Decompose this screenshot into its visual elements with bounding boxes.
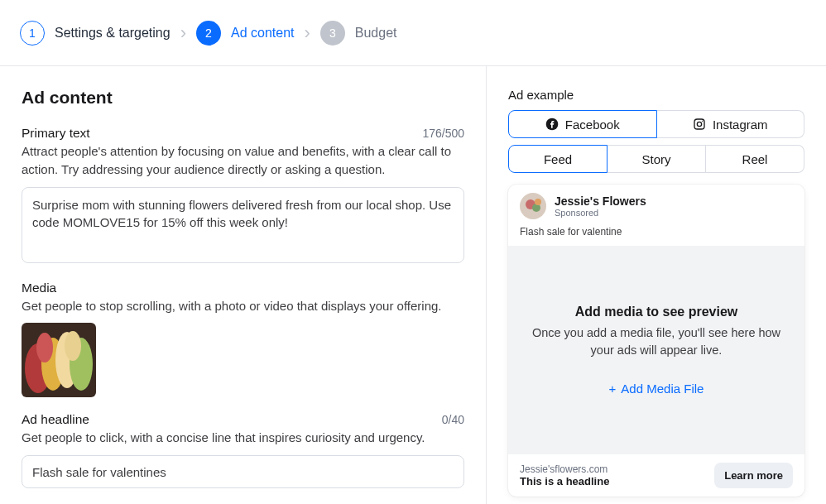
preview-learn-more-button[interactable]: Learn more	[714, 463, 793, 488]
preview-business-name: Jessie's Flowers	[555, 194, 646, 208]
plus-icon: +	[609, 382, 617, 396]
step-label: Budget	[355, 26, 397, 41]
svg-point-14	[535, 199, 541, 205]
step-settings[interactable]: 1 Settings & targeting	[20, 21, 170, 46]
facebook-icon	[545, 118, 559, 131]
preview-media-area: Add media to see preview Once you add a …	[508, 246, 804, 454]
chevron-right-icon: ›	[304, 22, 310, 44]
add-media-button[interactable]: + Add Media File	[609, 382, 704, 396]
instagram-icon	[693, 118, 706, 131]
platform-label: Facebook	[565, 118, 620, 132]
headline-input[interactable]	[22, 455, 464, 488]
step-label: Settings & targeting	[55, 26, 170, 41]
primary-text-counter: 176/500	[422, 127, 464, 140]
step-label: Ad content	[231, 26, 295, 41]
step-ad-content[interactable]: 2 Ad content	[196, 21, 295, 46]
preview-media-title: Add media to see preview	[575, 305, 738, 319]
preview-headline: This is a headline	[520, 475, 609, 487]
stepper: 1 Settings & targeting › 2 Ad content › …	[0, 0, 826, 66]
placement-feed[interactable]: Feed	[508, 145, 607, 173]
page-title: Ad content	[22, 88, 464, 108]
chevron-right-icon: ›	[180, 22, 186, 44]
preview-domain: Jessie'sflowers.com	[520, 463, 609, 475]
preview-sponsored: Sponsored	[555, 208, 646, 218]
step-budget[interactable]: 3 Budget	[320, 21, 397, 46]
platform-facebook[interactable]: Facebook	[508, 110, 657, 138]
preview-subtext: Flash sale for valentine	[508, 224, 804, 246]
step-number: 1	[20, 21, 45, 46]
platform-label: Instagram	[713, 118, 768, 132]
svg-point-6	[65, 331, 81, 361]
svg-point-9	[697, 122, 701, 126]
preview-card: Jessie's Flowers Sponsored Flash sale fo…	[508, 185, 804, 497]
primary-text-input[interactable]	[22, 187, 464, 263]
placement-story[interactable]: Story	[607, 145, 706, 173]
media-label: Media	[22, 281, 464, 295]
headline-counter: 0/40	[442, 413, 464, 426]
preview-label: Ad example	[508, 88, 804, 102]
svg-point-10	[702, 121, 703, 122]
step-number: 3	[320, 21, 345, 46]
svg-rect-8	[694, 119, 704, 129]
step-number: 2	[196, 21, 221, 46]
primary-text-helper: Attract people's attention by focusing o…	[22, 142, 464, 179]
media-thumbnail[interactable]	[22, 323, 96, 397]
platform-instagram[interactable]: Instagram	[657, 110, 805, 138]
headline-label: Ad headline	[22, 412, 89, 427]
media-helper: Get people to stop scrolling, with a pho…	[22, 297, 464, 315]
headline-helper: Get people to click, with a concise line…	[22, 429, 464, 447]
primary-text-label: Primary text	[22, 126, 90, 141]
preview-media-body: Once you add a media file, you'll see he…	[525, 324, 788, 358]
svg-point-5	[36, 333, 53, 362]
placement-reel[interactable]: Reel	[706, 145, 804, 173]
avatar	[520, 193, 546, 219]
